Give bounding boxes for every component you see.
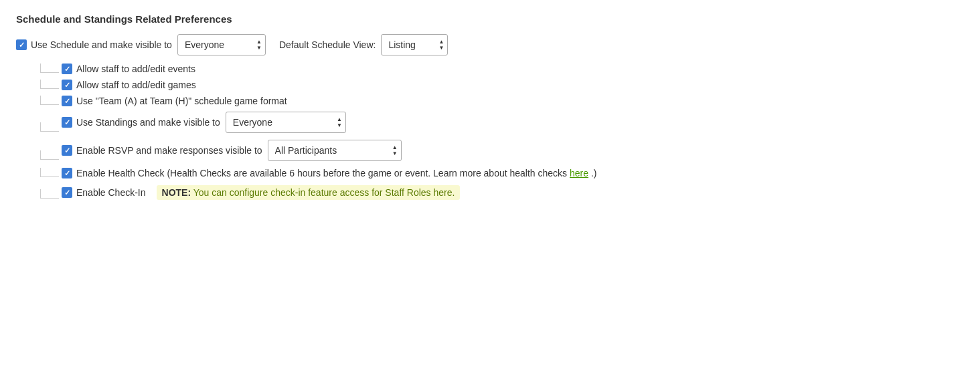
rsvp-visible-to-select-wrapper: All Participants Everyone Members Only S… [268, 140, 402, 161]
team-format-label: Use "Team (A) at Team (H)" schedule game… [76, 96, 287, 106]
rsvp-visible-to-select[interactable]: All Participants Everyone Members Only S… [268, 140, 402, 161]
allow-staff-games-label: Allow staff to add/edit games [76, 80, 196, 90]
default-view-select-wrapper: Listing Calendar Week [381, 34, 448, 55]
team-format-checkbox[interactable] [62, 96, 72, 106]
tree-line-7 [40, 189, 59, 199]
allow-staff-events-label: Allow staff to add/edit events [76, 64, 195, 74]
enable-rsvp-label: Enable RSVP and make responses visible t… [76, 145, 262, 156]
visible-to-select[interactable]: Everyone Members Only Staff Only [177, 34, 266, 55]
tree-line-4 [40, 122, 59, 132]
tree-line-1 [40, 64, 59, 73]
note-bold-label: NOTE: [162, 187, 191, 198]
check-in-note-box: NOTE: You can configure check-in feature… [157, 185, 461, 200]
health-check-here-link[interactable]: here [570, 168, 588, 178]
standings-visible-to-select[interactable]: Everyone Members Only Staff Only [226, 112, 346, 133]
enable-check-in-label: Enable Check-In [76, 187, 146, 198]
enable-health-check-label: Enable Health Check (Health Checks are a… [76, 168, 596, 178]
tree-line-6 [40, 168, 59, 177]
use-schedule-label: Use Schedule and make visible to [31, 39, 172, 50]
tree-line-5 [40, 150, 59, 160]
default-schedule-view-label: Default Schedule View: [279, 39, 376, 50]
use-schedule-checkbox[interactable] [16, 39, 27, 50]
use-standings-label: Use Standings and make visible to [76, 117, 220, 128]
standings-visible-to-select-wrapper: Everyone Members Only Staff Only [226, 112, 346, 133]
visible-to-select-wrapper: Everyone Members Only Staff Only [177, 34, 266, 55]
allow-staff-games-checkbox[interactable] [62, 80, 72, 90]
tree-line-2 [40, 80, 59, 89]
use-standings-checkbox[interactable] [62, 117, 72, 128]
note-text: You can configure check-in feature acces… [193, 187, 455, 198]
enable-check-in-checkbox[interactable] [62, 187, 72, 198]
enable-rsvp-checkbox[interactable] [62, 145, 72, 156]
enable-health-check-checkbox[interactable] [62, 168, 72, 178]
section-title: Schedule and Standings Related Preferenc… [16, 13, 964, 25]
default-view-select[interactable]: Listing Calendar Week [381, 34, 448, 55]
tree-line-3 [40, 96, 59, 105]
allow-staff-events-checkbox[interactable] [62, 64, 72, 74]
